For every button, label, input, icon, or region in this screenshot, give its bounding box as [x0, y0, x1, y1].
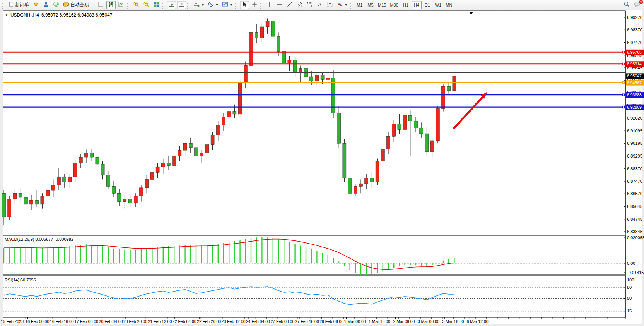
svg-text:27 Feb 00:00: 27 Feb 00:00	[270, 319, 294, 324]
text-label-button[interactable]: T	[325, 1, 335, 9]
chart-canvas: 6.992706.983706.974706.965456.956456.947…	[0, 10, 644, 326]
timeframe-m15-button[interactable]: M15	[376, 1, 388, 9]
svg-text:27 Feb 16:00: 27 Feb 16:00	[295, 319, 319, 324]
arrows-tool-button[interactable]	[335, 1, 349, 9]
svg-text:28 Feb 08:00: 28 Feb 08:00	[319, 319, 343, 324]
timeframe-m30-button[interactable]: M30	[388, 1, 400, 9]
cursor-button[interactable]	[240, 1, 249, 9]
vertical-line-button[interactable]	[265, 1, 274, 9]
chart-collapse-icon[interactable]: ▼	[5, 14, 8, 17]
templates-button[interactable]	[220, 1, 234, 9]
group-grip[interactable]	[92, 2, 94, 9]
indicators-icon	[193, 1, 200, 9]
auto-trading-label: 自动交易	[70, 2, 89, 8]
group-grip[interactable]	[260, 2, 263, 9]
horizontal-line-button[interactable]	[275, 1, 284, 9]
auto-scroll-icon	[168, 1, 174, 9]
new-order-button[interactable]: 新订单	[7, 1, 31, 9]
equidistant-channel-button[interactable]: E	[295, 1, 304, 9]
auto-trading-button[interactable]: 自动交易	[61, 1, 91, 9]
text-tool-button[interactable]: A	[315, 1, 325, 9]
svg-text:15: 15	[627, 309, 632, 313]
svg-text:6.98370: 6.98370	[627, 27, 642, 32]
svg-text:T: T	[329, 2, 331, 7]
group-grip[interactable]	[127, 2, 130, 9]
zoom-in-icon	[133, 1, 139, 9]
sonar-icon	[53, 1, 59, 9]
svg-text:F: F	[311, 5, 312, 8]
svg-text:1 Mar 16:00: 1 Mar 16:00	[369, 319, 390, 324]
text-a-icon: A	[317, 1, 323, 9]
periods-button[interactable]	[206, 1, 220, 9]
toolbar: 新订单 自动交易 E F A T M1 M5 M15 M30 H1 H4 D1 …	[0, 0, 644, 10]
svg-text:20 Feb 04:00: 20 Feb 04:00	[99, 319, 123, 324]
timeframe-m1-button[interactable]: M1	[355, 1, 365, 9]
svg-text:21 Feb 12:00: 21 Feb 12:00	[148, 319, 172, 324]
new-order-label: 新订单	[15, 2, 29, 8]
svg-text:50: 50	[627, 296, 632, 300]
timeframe-w1-button[interactable]: W1	[433, 1, 443, 9]
zoom-out-button[interactable]	[142, 1, 151, 9]
chart-shift-button[interactable]	[177, 1, 186, 9]
auto-scroll-button[interactable]	[167, 1, 176, 9]
zoom-in-button[interactable]	[132, 1, 141, 9]
timeframe-h1-button[interactable]: H1	[401, 1, 411, 9]
svg-text:16 Feb 16:00: 16 Feb 16:00	[50, 319, 74, 324]
svg-text:16 Feb 00:00: 16 Feb 00:00	[25, 319, 49, 324]
candlestick-chart-icon	[108, 1, 114, 9]
line-chart-button[interactable]	[116, 1, 126, 9]
channel-icon: E	[297, 1, 303, 9]
group-grip[interactable]	[162, 2, 165, 9]
search-button[interactable]	[622, 1, 631, 9]
search-icon	[624, 1, 630, 9]
svg-text:6 Mar 12:00: 6 Mar 12:00	[467, 319, 489, 324]
timeframe-h4-button[interactable]: H4	[412, 1, 422, 9]
template-icon	[222, 1, 228, 9]
svg-text:6.84745: 6.84745	[627, 217, 642, 221]
toolbar-grip[interactable]	[2, 2, 5, 9]
notifications-button[interactable]: 1	[632, 1, 642, 9]
accounts-button[interactable]	[41, 1, 51, 9]
svg-text:22 Feb 04:00: 22 Feb 04:00	[173, 319, 196, 324]
arrows-caret	[345, 4, 347, 6]
auto-trading-icon	[63, 1, 69, 9]
journal-icon	[33, 1, 39, 9]
svg-text:80: 80	[627, 285, 632, 290]
tile-windows-button[interactable]	[152, 1, 161, 9]
trendline-button[interactable]	[285, 1, 294, 9]
rsi-label: RSI(14) 60.7955	[5, 278, 36, 282]
line-chart-icon	[118, 1, 124, 9]
timeframe-d1-button[interactable]: D1	[422, 1, 432, 9]
svg-text:6.93688: 6.93688	[627, 93, 642, 97]
chart-symbol-period: USDCNH-,H4	[10, 12, 39, 18]
templates-caret	[230, 4, 232, 6]
svg-text:6.85645: 6.85645	[627, 204, 642, 209]
chart-title[interactable]: ▼ USDCNH-,H4 6.95072 6.95162 6.94983 6.9…	[5, 12, 112, 18]
svg-text:0.029058: 0.029058	[627, 235, 644, 240]
svg-text:6.99270: 6.99270	[627, 15, 642, 20]
group-grip[interactable]	[187, 2, 190, 9]
timeframe-mn-button[interactable]: MN	[444, 1, 454, 9]
bar-chart-button[interactable]	[96, 1, 106, 9]
crosshair-button[interactable]	[250, 1, 259, 9]
chart-ohlc-values: 6.95072 6.95162 6.94983 6.95047	[41, 12, 113, 18]
candlestick-chart-button[interactable]	[106, 1, 116, 9]
bar-chart-icon	[98, 1, 104, 9]
clock-icon	[208, 1, 214, 9]
group-grip[interactable]	[350, 2, 353, 9]
group-grip[interactable]	[235, 2, 238, 9]
fibonacci-icon: F	[307, 1, 313, 9]
indicators-button[interactable]	[192, 1, 205, 9]
svg-text:0.00: 0.00	[627, 261, 635, 266]
vertical-line-icon	[266, 1, 273, 9]
svg-text:23 Feb 12:00: 23 Feb 12:00	[222, 319, 246, 324]
signals-button[interactable]	[51, 1, 61, 9]
svg-text:6.97470: 6.97470	[627, 40, 642, 45]
horizontal-line-icon	[277, 1, 283, 9]
timeframe-m5-button[interactable]: M5	[366, 1, 376, 9]
svg-text:6.94567: 6.94567	[627, 81, 642, 85]
fibonacci-button[interactable]: F	[305, 1, 314, 9]
svg-text:A: A	[318, 2, 321, 7]
journal-button[interactable]	[31, 1, 41, 9]
svg-text:6.95914: 6.95914	[627, 62, 642, 66]
